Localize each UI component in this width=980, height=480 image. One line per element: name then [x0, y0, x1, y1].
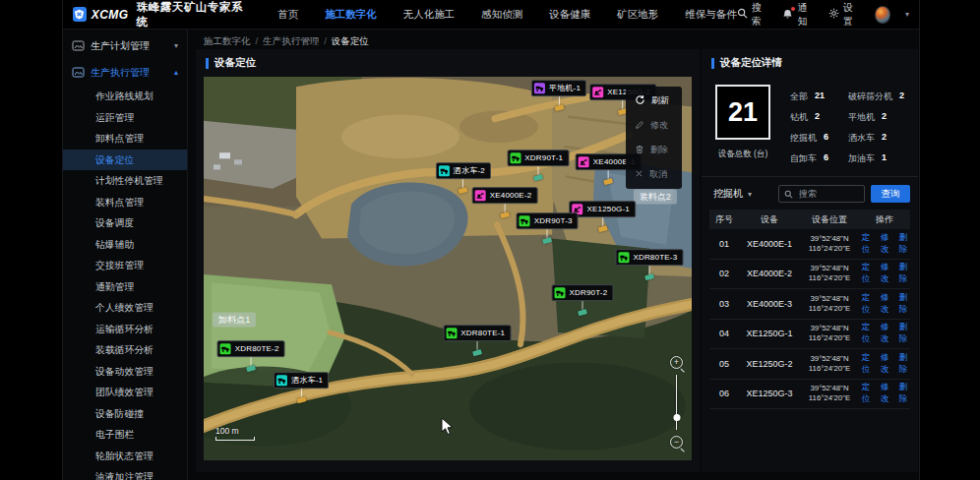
sidebar-item-10[interactable]: 个人绩效管理 — [63, 297, 187, 319]
latitude: 39°52'48"N — [800, 234, 859, 244]
nav-item-1[interactable]: 施工数字化 — [325, 8, 377, 22]
vehicle-sprite — [542, 237, 552, 244]
stat-item: 加油车1 — [848, 152, 910, 165]
cancel-icon — [635, 169, 643, 180]
nav-item-2[interactable]: 无人化施工 — [403, 8, 456, 22]
equipment-marker[interactable]: XDR80TE-3 — [615, 249, 683, 279]
zoom-slider-handle[interactable] — [673, 414, 680, 421]
breadcrumb-item-1[interactable]: 生产执行管理 — [263, 35, 319, 46]
sidebar-item-5[interactable]: 装料点管理 — [63, 192, 187, 213]
action-删除[interactable]: 删除 — [896, 322, 910, 345]
action-定位[interactable]: 定位 — [859, 292, 873, 316]
equipment-marker[interactable]: XDR80TE-1 — [443, 325, 511, 355]
nav-item-0[interactable]: 首页 — [277, 8, 298, 22]
excavator-icon — [475, 190, 486, 201]
sidebar-item-1[interactable]: 运距管理 — [63, 107, 187, 129]
tool-label: 删除 — [650, 144, 668, 156]
nav-item-6[interactable]: 维保与备件 — [685, 8, 737, 22]
refresh-tool-button[interactable]: 刷新 — [626, 89, 682, 113]
sidebar-item-17[interactable]: 轮胎状态管理 — [63, 446, 187, 467]
action-定位[interactable]: 定位 — [859, 262, 873, 285]
truck-icon — [554, 287, 565, 298]
equipment-marker[interactable]: XE1250G-1 — [569, 201, 636, 231]
query-button[interactable]: 查询 — [871, 185, 910, 203]
truck-icon — [446, 328, 457, 338]
sidebar-item-14[interactable]: 团队绩效管理 — [63, 382, 187, 403]
user-avatar[interactable] — [875, 6, 890, 24]
stat-value: 1 — [882, 152, 887, 165]
equipment-marker[interactable]: 平地机-1 — [531, 80, 586, 110]
sidebar-item-11[interactable]: 运输循环分析 — [63, 319, 187, 340]
settings-button[interactable]: 设置 — [828, 1, 860, 29]
chevron-down-icon[interactable]: ▾ — [905, 10, 909, 19]
sidebar-item-18[interactable]: 油液加注管理 — [63, 466, 187, 480]
nav-item-5[interactable]: 矿区地形 — [617, 8, 658, 22]
nav-item-3[interactable]: 感知侦测 — [481, 8, 522, 22]
action-定位[interactable]: 定位 — [859, 232, 873, 256]
action-修改[interactable]: 修改 — [878, 232, 891, 256]
stat-value: 2 — [815, 111, 820, 124]
top-nav: XCMG 珠峰露天矿山专家系统 首页施工数字化无人化施工感知侦测设备健康矿区地形… — [63, 0, 919, 30]
row-no: 03 — [709, 299, 739, 309]
longitude: 116°24'20"E — [800, 273, 859, 283]
vehicle-sprite — [533, 174, 543, 181]
zoom-slider[interactable] — [676, 375, 678, 430]
equipment-type-dropdown[interactable]: 挖掘机 ▾ — [713, 187, 752, 201]
sidebar-item-15[interactable]: 设备防碰撞 — [63, 403, 187, 425]
action-删除[interactable]: 删除 — [896, 232, 910, 256]
latitude: 39°52'48"N — [800, 294, 859, 304]
sidebar-item-9[interactable]: 通勤管理 — [63, 276, 187, 298]
action-删除[interactable]: 删除 — [896, 262, 910, 285]
cancel-tool-button[interactable]: 取消 — [626, 162, 682, 187]
action-删除[interactable]: 删除 — [896, 352, 910, 376]
action-定位[interactable]: 定位 — [859, 352, 873, 376]
row-actions: 定位修改删除 — [859, 262, 910, 285]
delete-tool-button[interactable]: 删除 — [626, 138, 682, 162]
action-定位[interactable]: 定位 — [859, 382, 873, 405]
zoom-out-button[interactable]: − — [670, 436, 683, 449]
breadcrumb-item-0[interactable]: 施工数字化 — [204, 35, 251, 46]
stat-item: 破碎筛分机2 — [848, 90, 910, 103]
sidebar-item-2[interactable]: 卸料点管理 — [63, 128, 187, 150]
action-删除[interactable]: 删除 — [896, 382, 910, 405]
equipment-marker[interactable]: 洒水车-1 — [274, 372, 329, 402]
action-修改[interactable]: 修改 — [878, 262, 891, 285]
latitude: 39°52'48"N — [800, 264, 859, 273]
sidebar-item-16[interactable]: 电子围栏 — [63, 424, 187, 446]
truck-icon — [520, 216, 530, 227]
column-header: 操作 — [859, 213, 910, 226]
sidebar-group-0[interactable]: 生产计划管理▾ — [63, 32, 187, 59]
marker-label: 洒水车-2 — [436, 162, 491, 179]
equipment-marker[interactable]: XDR90T-1 — [507, 150, 569, 181]
sidebar-item-8[interactable]: 交接班管理 — [63, 255, 187, 276]
sidebar-item-0[interactable]: 作业路线规划 — [63, 86, 187, 107]
search-button[interactable]: 搜索 — [737, 1, 768, 29]
edit-tool-button[interactable]: 修改 — [626, 113, 682, 138]
sidebar-item-6[interactable]: 设备调度 — [63, 212, 187, 234]
device-search-input[interactable] — [797, 188, 859, 200]
sidebar-item-7[interactable]: 钻爆辅助 — [63, 234, 187, 256]
notifications-button[interactable]: 通知 — [782, 1, 814, 29]
equipment-marker[interactable]: XDR90T-3 — [517, 213, 579, 244]
action-修改[interactable]: 修改 — [878, 292, 891, 316]
action-修改[interactable]: 修改 — [878, 382, 891, 405]
stat-item: 挖掘机6 — [790, 132, 844, 145]
sidebar-item-4[interactable]: 计划性停机管理 — [63, 170, 187, 192]
stat-item: 洒水车2 — [848, 132, 910, 145]
nav-item-4[interactable]: 设备健康 — [549, 8, 590, 22]
sidebar-item-12[interactable]: 装载循环分析 — [63, 339, 187, 361]
action-修改[interactable]: 修改 — [878, 352, 891, 376]
zoom-in-button[interactable]: + — [670, 356, 683, 369]
sidebar-item-3[interactable]: 设备定位 — [63, 150, 187, 171]
tool-label: 刷新 — [651, 94, 669, 107]
sidebar-group-1[interactable]: 生产执行管理▴ — [63, 59, 187, 86]
row-actions: 定位修改删除 — [859, 322, 910, 345]
equipment-marker[interactable]: XDR80TE-2 — [217, 340, 285, 371]
satellite-map[interactable]: 装料点2卸料点1 平地机-1XE1250G-2XDR90T-1XE4000E-1… — [204, 77, 692, 460]
action-修改[interactable]: 修改 — [878, 322, 891, 345]
action-定位[interactable]: 定位 — [859, 322, 873, 345]
stat-label: 自卸车 — [790, 152, 817, 165]
sidebar-item-13[interactable]: 设备动效管理 — [63, 361, 187, 383]
action-删除[interactable]: 删除 — [896, 292, 910, 316]
equipment-marker[interactable]: XDR90T-2 — [551, 284, 613, 315]
